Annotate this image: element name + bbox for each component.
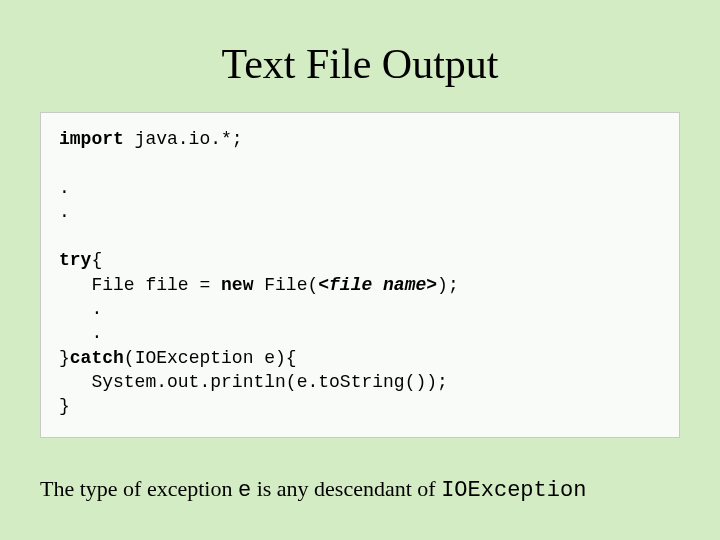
code-param: <file name>: [318, 275, 437, 295]
caption-text: The type of exception: [40, 476, 238, 501]
caption-code: e: [238, 478, 251, 503]
code-text: );: [437, 275, 459, 295]
slide: Text File Output import java.io.*; . . t…: [0, 0, 720, 540]
code-text: }: [59, 348, 70, 368]
code-text: System.out.println(e.toString());: [59, 372, 448, 392]
code-text: .: [59, 202, 70, 222]
caption: The type of exception e is any descendan…: [40, 476, 680, 503]
code-text: File file =: [59, 275, 221, 295]
code-text: File(: [253, 275, 318, 295]
slide-title: Text File Output: [40, 40, 680, 88]
caption-text: is any descendant of: [251, 476, 441, 501]
caption-code: IOException: [441, 478, 586, 503]
code-keyword: new: [221, 275, 253, 295]
code-keyword: import: [59, 129, 124, 149]
code-text: java.io.*;: [124, 129, 243, 149]
code-block: import java.io.*; . . try{ File file = n…: [40, 112, 680, 438]
code-text: .: [59, 178, 70, 198]
code-text: .: [59, 299, 102, 319]
code-keyword: catch: [70, 348, 124, 368]
code-text: }: [59, 396, 70, 416]
code-text: {: [91, 250, 102, 270]
code-keyword: try: [59, 250, 91, 270]
code-text: (IOException e){: [124, 348, 297, 368]
code-text: .: [59, 323, 102, 343]
